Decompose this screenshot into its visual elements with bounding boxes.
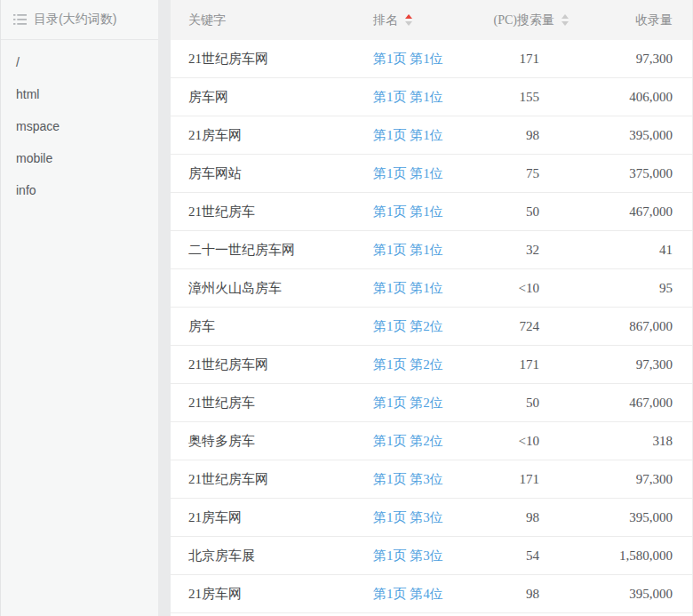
sort-desc-icon[interactable] <box>405 21 412 26</box>
sort-asc-icon[interactable] <box>562 14 569 19</box>
rank-link[interactable]: 第1页 第2位 <box>373 434 443 448</box>
table-row: 21世纪房车网 第1页 第1位 171 97,300 <box>171 40 692 78</box>
indexed-cell: 406,000 <box>575 90 692 105</box>
table-row: 北京房车展 第1页 第3位 54 1,580,000 <box>171 537 692 575</box>
indexed-cell: 97,300 <box>575 357 692 372</box>
indexed-cell: 97,300 <box>575 472 692 487</box>
rank-cell: 第1页 第4位 <box>373 586 471 603</box>
directory-item-label: html <box>16 87 39 101</box>
rank-cell: 第1页 第3位 <box>373 509 471 526</box>
rank-cell: 第1页 第1位 <box>373 242 471 259</box>
layout-gutter <box>158 0 171 616</box>
pc-search-volume-cell: 98 <box>471 587 575 602</box>
keyword-cell: 房车网 <box>171 89 373 106</box>
keyword-cell: 房车 <box>171 318 373 335</box>
rank-cell: 第1页 第3位 <box>373 471 471 488</box>
indexed-cell: 1,580,000 <box>575 548 692 564</box>
directory-item[interactable]: mspace <box>1 110 158 142</box>
indexed-cell: 97,300 <box>575 52 692 67</box>
indexed-cell: 395,000 <box>575 587 692 602</box>
rank-cell: 第1页 第2位 <box>373 433 471 450</box>
table-body: 21世纪房车网 第1页 第1位 171 97,300 房车网 第1页 第1位 1… <box>171 40 692 613</box>
indexed-cell: 318 <box>575 434 692 449</box>
directory-list: / html mspace mobile info <box>1 40 158 206</box>
rank-sort-control[interactable] <box>405 14 412 26</box>
indexed-cell: 95 <box>575 281 692 296</box>
directory-item-label: / <box>16 55 20 69</box>
rank-link[interactable]: 第1页 第3位 <box>373 510 443 524</box>
keyword-cell: 21世纪房车 <box>171 204 373 220</box>
column-header-keyword: 关键字 <box>171 12 373 28</box>
table-row: 房车网站 第1页 第1位 75 375,000 <box>171 155 692 193</box>
keyword-table: 关键字 排名 (PC)搜索量 收录量 21世纪房车网 第1页 第1位 171 9… <box>171 0 693 616</box>
rank-link[interactable]: 第1页 第3位 <box>373 548 443 563</box>
directory-item-label: info <box>16 183 36 197</box>
sort-asc-icon[interactable] <box>405 14 412 19</box>
rank-cell: 第1页 第2位 <box>373 395 471 412</box>
pc-search-volume-cell: 54 <box>471 548 575 564</box>
rank-link[interactable]: 第1页 第2位 <box>373 319 443 333</box>
rank-link[interactable]: 第1页 第3位 <box>373 472 443 486</box>
rank-cell: 第1页 第1位 <box>373 280 471 297</box>
pc-search-volume-cell: <10 <box>471 434 575 449</box>
indexed-cell: 41 <box>575 243 692 258</box>
directory-item[interactable]: info <box>1 174 158 206</box>
column-header-rank-label: 排名 <box>373 12 398 28</box>
column-header-pc-label: (PC)搜索量 <box>494 12 554 28</box>
rank-link[interactable]: 第1页 第1位 <box>373 243 443 257</box>
pc-search-volume-cell: 171 <box>471 357 575 372</box>
pc-search-volume-cell: 98 <box>471 510 575 525</box>
indexed-cell: 467,000 <box>575 396 692 411</box>
indexed-cell: 867,000 <box>575 319 692 334</box>
rank-link[interactable]: 第1页 第1位 <box>373 128 443 142</box>
table-row: 21世纪房车网 第1页 第3位 171 97,300 <box>171 460 692 499</box>
rank-cell: 第1页 第1位 <box>373 165 471 182</box>
table-row: 21世纪房车 第1页 第2位 50 467,000 <box>171 384 692 422</box>
pc-sort-control[interactable] <box>562 14 569 26</box>
table-row: 漳州火山岛房车 第1页 第1位 <10 95 <box>171 269 692 308</box>
indexed-cell: 395,000 <box>575 510 692 525</box>
directory-sidebar: 目录(大约词数) / html mspace mobile info <box>0 0 158 616</box>
pc-search-volume-cell: 171 <box>471 472 575 487</box>
rank-link[interactable]: 第1页 第2位 <box>373 396 443 410</box>
pc-search-volume-cell: 724 <box>471 319 575 334</box>
pc-search-volume-cell: 50 <box>471 204 575 220</box>
table-row: 房车网 第1页 第1位 155 406,000 <box>171 78 692 116</box>
sort-desc-icon[interactable] <box>562 21 569 26</box>
rank-link[interactable]: 第1页 第4位 <box>373 587 443 601</box>
column-header-rank: 排名 <box>373 12 471 28</box>
keyword-cell: 21房车网 <box>171 509 373 526</box>
keyword-cell: 21世纪房车网 <box>171 51 373 68</box>
rank-link[interactable]: 第1页 第1位 <box>373 281 443 295</box>
pc-search-volume-cell: 98 <box>471 128 575 143</box>
keyword-cell: 21世纪房车 <box>171 395 373 412</box>
table-row: 奥特多房车 第1页 第2位 <10 318 <box>171 422 692 460</box>
keyword-cell: 奥特多房车 <box>171 433 373 450</box>
sidebar-title: 目录(大约词数) <box>34 12 116 28</box>
rank-link[interactable]: 第1页 第1位 <box>373 166 443 180</box>
rank-link[interactable]: 第1页 第1位 <box>373 204 443 219</box>
table-row: 二十一世纪房车网 第1页 第1位 32 41 <box>171 231 692 269</box>
rank-cell: 第1页 第2位 <box>373 318 471 335</box>
pc-search-volume-cell: 50 <box>471 396 575 411</box>
keyword-cell: 二十一世纪房车网 <box>171 242 373 259</box>
column-header-indexed: 收录量 <box>575 12 692 28</box>
directory-item[interactable]: mobile <box>1 142 158 174</box>
rank-link[interactable]: 第1页 第1位 <box>373 90 443 104</box>
keyword-cell: 21房车网 <box>171 586 373 603</box>
pc-search-volume-cell: 75 <box>471 166 575 181</box>
directory-item[interactable]: / <box>1 46 158 78</box>
keyword-cell: 21房车网 <box>171 127 373 144</box>
table-header-row: 关键字 排名 (PC)搜索量 收录量 <box>171 0 692 40</box>
column-header-pc-search-volume: (PC)搜索量 <box>471 12 575 28</box>
table-row: 21房车网 第1页 第1位 98 395,000 <box>171 116 692 155</box>
table-row: 21房车网 第1页 第4位 98 395,000 <box>171 575 692 613</box>
rank-link[interactable]: 第1页 第2位 <box>373 357 443 372</box>
pc-search-volume-cell: 171 <box>471 52 575 67</box>
rank-link[interactable]: 第1页 第1位 <box>373 52 443 66</box>
table-row: 房车 第1页 第2位 724 867,000 <box>171 308 692 346</box>
rank-cell: 第1页 第1位 <box>373 204 471 220</box>
directory-item[interactable]: html <box>1 78 158 110</box>
table-row: 21世纪房车 第1页 第1位 50 467,000 <box>171 193 692 231</box>
rank-cell: 第1页 第3位 <box>373 548 471 564</box>
